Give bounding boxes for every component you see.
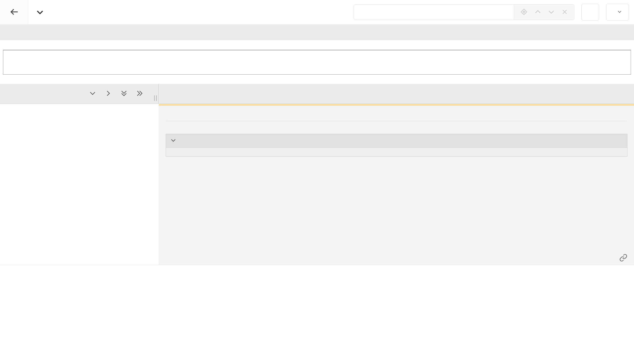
logs-header[interactable] <box>166 134 627 148</box>
top-bar <box>0 0 634 25</box>
link-icon[interactable] <box>619 254 627 262</box>
double-chevron-right-icon <box>136 89 144 98</box>
minimap-tick-labels <box>3 42 631 49</box>
collapse-trace-chevron-icon[interactable] <box>35 8 45 17</box>
chevron-down-icon <box>617 8 623 16</box>
expand-all-button[interactable] <box>136 89 144 98</box>
double-chevron-down-icon <box>120 89 128 98</box>
span-id-row <box>612 254 627 262</box>
tree-collapse-controls <box>89 89 144 98</box>
logs-footnote <box>166 148 627 156</box>
timeline-column-header <box>159 84 634 103</box>
find-match-button[interactable] <box>520 8 528 17</box>
title-area <box>28 8 354 17</box>
chevron-down-icon <box>170 137 177 145</box>
trace-minimap <box>0 40 634 84</box>
trace-view-dropdown[interactable] <box>606 4 629 20</box>
chevron-right-icon <box>104 89 112 98</box>
trace-timeline-page <box>0 0 634 364</box>
columns-header <box>0 84 634 104</box>
tree-column-header <box>0 84 159 103</box>
chevron-down-icon <box>547 8 555 17</box>
keyboard-shortcuts-button[interactable] <box>581 4 599 20</box>
find-prev-button[interactable] <box>534 8 542 17</box>
chevron-up-icon <box>534 8 542 17</box>
find-input[interactable] <box>354 5 514 20</box>
column-resize-handle[interactable] <box>154 95 157 101</box>
close-icon <box>561 8 568 16</box>
trace-summary-bar <box>0 25 634 40</box>
find-group <box>354 4 574 20</box>
collapse-all-button[interactable] <box>120 89 128 98</box>
find-controls <box>514 5 574 20</box>
target-icon <box>520 8 528 17</box>
span-rows-area <box>0 104 634 364</box>
top-bar-actions <box>354 4 634 20</box>
collapse-one-button[interactable] <box>89 89 97 98</box>
find-clear-button[interactable] <box>561 8 568 16</box>
arrow-left-icon <box>9 7 19 18</box>
expand-one-button[interactable] <box>104 89 112 98</box>
span-detail-row <box>0 104 634 265</box>
span-detail-panel <box>159 104 634 265</box>
chevron-down-icon <box>89 89 97 98</box>
back-button[interactable] <box>0 0 28 24</box>
span-detail-indent <box>0 104 159 265</box>
logs-section <box>166 134 627 157</box>
detail-divider <box>166 121 627 121</box>
find-next-button[interactable] <box>547 8 555 17</box>
minimap-canvas[interactable] <box>3 50 631 75</box>
